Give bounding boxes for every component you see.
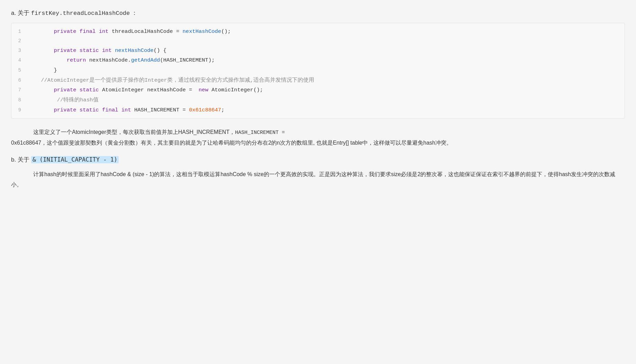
line-number: 6 [11,76,28,85]
line-content: //AtomicInteger是一个提供原子操作的Integer类，通过线程安全… [28,75,619,85]
section-b-code: & (INITIAL_CAPACITY - 1) [31,156,119,163]
line-content: private static AtomicInteger nextHashCod… [28,85,619,95]
section-b-heading: b. 关于 & (INITIAL_CAPACITY - 1) [11,155,625,164]
line-content: private final int threadLocalHashCode = … [28,27,619,37]
line-number: 5 [11,66,28,75]
line-content: } [28,65,619,75]
line-content: //特殊的hash值 [28,95,619,105]
code-line: 6 //AtomicInteger是一个提供原子操作的Integer类，通过线程… [11,75,625,85]
code-line: 1 private final int threadLocalHashCode … [11,27,625,37]
line-number: 8 [11,96,28,105]
code-line: 5 } [11,65,625,75]
line-content: private static int nextHashCode() { [28,46,619,56]
heading-code-a: firstKey.threadLocalHashCode [31,10,130,17]
line-number: 2 [11,37,28,46]
line-number: 7 [11,86,28,95]
inline-code-hash-increment: HASH_INCREMENT = [235,130,285,136]
paragraph-1: 这里定义了一个AtomicInteger类型，每次获取当前值并加上HASH_IN… [11,127,625,148]
code-line: 7 private static AtomicInteger nextHashC… [11,85,625,95]
code-block: 1 private final int threadLocalHashCode … [11,23,625,119]
line-content: private static final int HASH_INCREMENT … [28,105,619,115]
code-line: 9 private static final int HASH_INCREMEN… [11,105,625,115]
line-content: return nextHashCode.getAndAdd(HASH_INCRE… [28,55,619,65]
paragraph-2: 计算hash的时候里面采用了hashCode & (size - 1)的算法，这… [11,169,625,190]
line-number: 9 [11,106,28,115]
line-number: 3 [11,46,28,55]
code-line: 3 private static int nextHashCode() { [11,46,625,56]
code-line: 8 //特殊的hash值 [11,95,625,105]
line-number: 1 [11,27,28,36]
code-line: 2 [11,37,625,46]
line-number: 4 [11,56,28,65]
section-a-heading: a. 关于 firstKey.threadLocalHashCode ： [11,8,625,18]
code-line: 4 return nextHashCode.getAndAdd(HASH_INC… [11,55,625,65]
